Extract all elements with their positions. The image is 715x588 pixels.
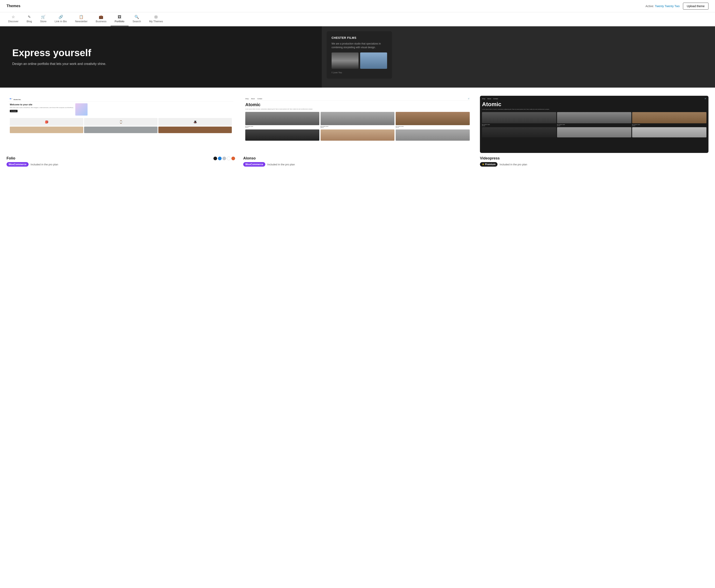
hero-preview-description: We are a production studio that speciali… (331, 42, 387, 49)
alonso-hero-desc: Lorem ipsum dolor sit amet, consectetur … (245, 108, 470, 110)
vp-product-price-2: $40.00 (557, 125, 631, 126)
included-text-videopress: Included in the pro plan (500, 163, 527, 166)
vp-product-1: My product name $40.00 (482, 112, 556, 126)
theme-name-alonso: Alonso (243, 156, 256, 161)
swatch-orange[interactable] (232, 156, 235, 160)
nav-item-newsletter[interactable]: 📋 Newsletter (71, 12, 92, 26)
nav-label-my-themes: My Themes (149, 20, 163, 23)
folio-main-content: Welcome to your site 43% of the web is b… (8, 103, 234, 133)
theme-preview-folio[interactable]: Acme Inc. Welcome to your site 43% of th… (6, 96, 235, 153)
upload-theme-button[interactable]: Upload theme (683, 3, 709, 9)
my-themes-icon: ⊟ (154, 15, 157, 19)
folio-products-row2 (10, 127, 232, 133)
nav-item-blog[interactable]: ✎ Blog (23, 12, 36, 26)
folio-color-swatches (213, 156, 235, 160)
blog-icon: ✎ (28, 15, 31, 19)
svg-rect-0 (10, 98, 11, 99)
woocommerce-badge-alonso: WooCommerce (243, 162, 265, 167)
vp-nav-about: About (487, 98, 491, 100)
included-text-alonso: Included in the pro plan (267, 163, 295, 166)
vp-cart-icon: 🛒 (705, 98, 707, 100)
theme-info-videopress: Videopress ★ Premium Included in the pro… (480, 156, 709, 167)
swatch-black[interactable] (213, 156, 217, 160)
nav-label-discover: Discover (8, 20, 19, 23)
vp-nav: Shop About Contact 🛒 (482, 98, 707, 100)
nav-item-discover[interactable]: ☆ Discover (4, 12, 23, 26)
vp-product-img2-1 (482, 127, 556, 138)
nav-label-link-in-bio: Link in Bio (55, 20, 67, 23)
nav-label-store: Store (40, 20, 46, 23)
search-icon: 🔍 (134, 15, 139, 19)
theme-badges-videopress: ★ Premium Included in the pro plan (480, 162, 709, 167)
folio-logo-icon (10, 98, 12, 101)
nav-label-search: Search (133, 20, 141, 23)
business-icon: 💼 (99, 15, 103, 19)
alonso-product-img-3 (396, 112, 470, 125)
theme-name-folio: Folio (6, 156, 15, 161)
hero-preview-image-2 (360, 52, 387, 69)
swatch-gray[interactable] (222, 156, 226, 160)
alonso-product-price-1: $40.00 (245, 127, 319, 128)
theme-card-alonso: Shop About Contact 🛒 Atomic Lorem ipsum … (243, 96, 472, 167)
folio-product-3: 🎩 (158, 118, 232, 126)
alonso-product-img2-1 (245, 129, 319, 141)
hero-preview-image-1 (331, 52, 359, 69)
hero-preview-site-name: CHESTER FILMS (331, 36, 387, 39)
alonso-product-img2-2 (321, 129, 395, 141)
vp-products-row1: My product name $40.00 My product name $… (482, 112, 707, 126)
alonso-products-row2 (245, 129, 470, 141)
alonso-products-row1: My product name $40.00 My product name $… (245, 112, 470, 128)
alonso-hero-title: Atomic (245, 102, 470, 107)
nav-label-newsletter: Newsletter (75, 20, 88, 23)
theme-preview-videopress[interactable]: Shop About Contact 🛒 Atomic Lorem ipsum … (480, 96, 709, 153)
svg-rect-1 (11, 98, 12, 99)
nav-item-portfolio[interactable]: 🖼 Portfolio (111, 12, 129, 26)
theme-preview-alonso[interactable]: Shop About Contact 🛒 Atomic Lorem ipsum … (243, 96, 472, 153)
swatch-blue[interactable] (218, 156, 222, 160)
theme-card-videopress: Shop About Contact 🛒 Atomic Lorem ipsum … (480, 96, 709, 167)
page-title: Themes (6, 4, 20, 8)
nav-item-search[interactable]: 🔍 Search (129, 12, 145, 26)
active-theme-link[interactable]: Twenty Twenty Two (655, 4, 680, 8)
vp-nav-contact: Contact (493, 98, 498, 100)
folio-preview-content: Acme Inc. Welcome to your site 43% of th… (6, 96, 235, 153)
hero-subtitle: Design an online portfolio that lets you… (12, 61, 106, 66)
vp-product-img2-3 (632, 127, 707, 138)
nav-item-store[interactable]: 🛒 Store (36, 12, 50, 26)
premium-badge-videopress: ★ Premium (480, 162, 497, 167)
theme-name-row-alonso: Alonso (243, 156, 472, 161)
vp-product-price-3: $40.00 (632, 125, 707, 126)
hero-preview-images (331, 52, 387, 69)
nav-item-business[interactable]: 💼 Business (92, 12, 111, 26)
swatch-white[interactable] (227, 156, 231, 160)
active-label: Active: Twenty Twenty Two (645, 4, 680, 8)
hero-preview-caption: I Love You (331, 71, 387, 74)
alonso-nav-about: About (251, 98, 255, 100)
store-icon: 🛒 (41, 15, 45, 19)
nav-item-link-in-bio[interactable]: 🔗 Link in Bio (50, 12, 71, 26)
folio-topbar: Acme Inc. (8, 98, 234, 102)
folio-product-2: ⌚ (84, 118, 157, 126)
nav-item-my-themes[interactable]: ⊟ My Themes (145, 12, 167, 26)
theme-badges-alonso: WooCommerce Included in the pro plan (243, 162, 472, 167)
alonso-product-price-2: $40.00 (321, 127, 395, 128)
nav-label-blog: Blog (27, 20, 32, 23)
vp-product-img-1 (482, 112, 556, 123)
newsletter-icon: 📋 (79, 15, 84, 19)
alonso-preview-content: Shop About Contact 🛒 Atomic Lorem ipsum … (243, 96, 472, 153)
theme-card-folio: Acme Inc. Welcome to your site 43% of th… (6, 96, 235, 167)
alonso-cart-icon: 🛒 (468, 98, 470, 100)
theme-name-videopress: Videopress (480, 156, 500, 161)
woocommerce-badge-folio: WooCommerce (6, 162, 28, 167)
vp-hero-title: Atomic (482, 101, 707, 108)
alonso-product-img-2 (321, 112, 395, 125)
portfolio-icon: 🖼 (118, 15, 122, 19)
vp-product-3: My product name $40.00 (632, 112, 707, 126)
hero-preview-card-area: CHESTER FILMS We are a production studio… (322, 26, 715, 88)
folio-product-5 (84, 127, 157, 133)
themes-grid: Acme Inc. Welcome to your site 43% of th… (6, 96, 709, 167)
vp-product-2: My product name $40.00 (557, 112, 631, 126)
header-actions: Active: Twenty Twenty Two Upload theme (645, 3, 709, 9)
folio-hero-section: Welcome to your site 43% of the web is b… (10, 103, 232, 115)
videopress-preview-content: Shop About Contact 🛒 Atomic Lorem ipsum … (480, 96, 709, 153)
